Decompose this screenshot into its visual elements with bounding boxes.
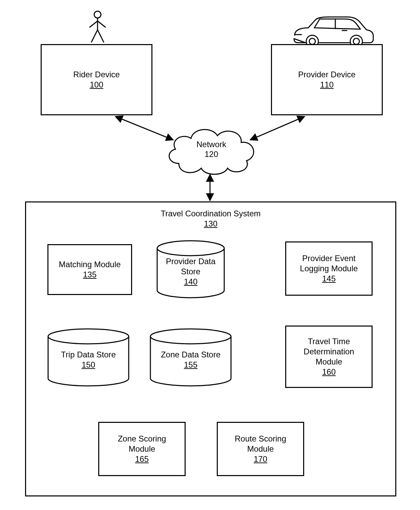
route-scoring-l2: Module bbox=[247, 444, 274, 454]
zone-scoring-box: Zone Scoring Module 165 bbox=[98, 422, 186, 476]
svg-point-14 bbox=[150, 329, 231, 344]
provider-data-store-ref: 140 bbox=[166, 277, 216, 287]
travel-time-l1: Travel Time bbox=[308, 336, 350, 347]
travel-time-l3: Module bbox=[316, 357, 342, 367]
zone-scoring-l2: Module bbox=[129, 444, 155, 454]
svg-line-2 bbox=[90, 21, 98, 27]
svg-point-8 bbox=[309, 38, 315, 44]
matching-module-label: Matching Module bbox=[59, 259, 121, 270]
svg-line-4 bbox=[91, 30, 98, 42]
provider-event-logging-box: Provider Event Logging Module 145 bbox=[285, 241, 373, 296]
provider-device-label: Provider Device bbox=[298, 70, 355, 80]
rider-device-label: Rider Device bbox=[73, 70, 120, 80]
trip-data-store-label: Trip Data Store bbox=[61, 350, 116, 360]
network-cloud: Network 120 bbox=[164, 123, 259, 176]
rider-device-ref: 100 bbox=[90, 80, 103, 90]
zone-scoring-l1: Zone Scoring bbox=[118, 434, 166, 444]
trip-data-store-cylinder: Trip Data Store 150 bbox=[46, 328, 131, 387]
zone-data-store-label: Zone Data Store bbox=[161, 350, 220, 360]
system-ref: 130 bbox=[26, 219, 395, 229]
matching-module-box: Matching Module 135 bbox=[47, 244, 132, 295]
zone-scoring-ref: 165 bbox=[135, 454, 149, 464]
svg-point-0 bbox=[94, 11, 101, 18]
rider-device-box: Rider Device 100 bbox=[41, 44, 152, 115]
network-label: Network bbox=[196, 140, 226, 150]
route-scoring-box: Route Scoring Module 170 bbox=[217, 422, 304, 476]
trip-data-store-ref: 150 bbox=[61, 360, 116, 370]
provider-event-logging-l2: Logging Module bbox=[300, 263, 358, 274]
route-scoring-ref: 170 bbox=[254, 454, 267, 464]
zone-data-store-ref: 155 bbox=[161, 360, 220, 370]
provider-device-box: Provider Device 110 bbox=[271, 44, 383, 115]
travel-time-module-box: Travel Time Determination Module 160 bbox=[285, 326, 373, 388]
svg-point-10 bbox=[353, 38, 359, 44]
person-icon bbox=[86, 10, 109, 46]
svg-point-12 bbox=[157, 241, 224, 256]
provider-data-store-l2: Store bbox=[166, 267, 216, 277]
svg-line-5 bbox=[98, 30, 104, 42]
provider-event-logging-l1: Provider Event bbox=[302, 253, 355, 263]
network-text: Network 120 bbox=[196, 140, 226, 159]
system-title-block: Travel Coordination System 130 bbox=[26, 209, 395, 229]
provider-device-ref: 110 bbox=[320, 80, 334, 90]
travel-time-l2: Determination bbox=[303, 347, 354, 357]
route-scoring-l1: Route Scoring bbox=[235, 434, 286, 444]
provider-event-logging-ref: 145 bbox=[322, 274, 336, 284]
svg-line-3 bbox=[98, 21, 105, 27]
network-ref: 120 bbox=[196, 150, 226, 159]
system-label: Travel Coordination System bbox=[26, 209, 395, 219]
provider-data-store-l1: Provider Data bbox=[166, 256, 216, 267]
diagram-canvas: Rider Device 100 Provider Device 110 Net… bbox=[0, 0, 420, 510]
provider-data-store-cylinder: Provider Data Store 140 bbox=[155, 240, 226, 298]
travel-time-ref: 160 bbox=[322, 367, 336, 377]
zone-data-store-cylinder: Zone Data Store 155 bbox=[148, 328, 233, 387]
matching-module-ref: 135 bbox=[83, 270, 97, 280]
svg-point-13 bbox=[48, 329, 129, 344]
